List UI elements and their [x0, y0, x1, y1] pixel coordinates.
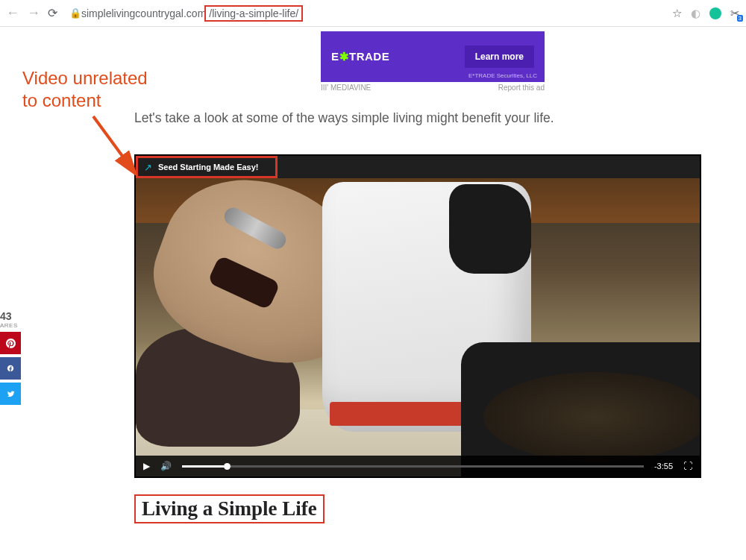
fullscreen-button[interactable]: ⛶ — [683, 461, 692, 471]
video-title: Seed Starting Made Easy! — [158, 163, 259, 172]
article-paragraph: Let's take a look at some of the ways si… — [134, 108, 701, 128]
video-controls: ▶ 🔊 -3:55 ⛶ — [136, 456, 700, 476]
browser-toolbar: ← → ⟳ 🔒 simplelivingcountrygal.com /livi… — [0, 0, 746, 27]
volume-button[interactable]: 🔊 — [160, 461, 172, 471]
share-label: ARES — [0, 322, 21, 329]
etrade-logo: E✱TRADE — [331, 50, 389, 63]
bookmark-star-icon[interactable]: ☆ — [672, 7, 682, 20]
article-heading: Living a Simple Life — [134, 494, 325, 523]
time-remaining: -3:55 — [654, 462, 673, 471]
facebook-button[interactable] — [0, 357, 21, 380]
extension-badge-icon[interactable]: ✂3 — [730, 7, 740, 20]
share-sidebar: 43 ARES — [0, 310, 21, 405]
extension-icon[interactable]: ◐ — [691, 7, 700, 20]
play-button[interactable]: ▶ — [143, 461, 150, 471]
toolbar-icons: ☆ ◐ ✂3 — [672, 7, 740, 20]
back-button[interactable]: ← — [6, 5, 19, 21]
url-domain: simplelivingcountrygal.com — [81, 7, 206, 19]
lock-icon: 🔒 — [69, 7, 81, 19]
video-viewport[interactable]: ▶ 🔊 -3:55 ⛶ — [136, 178, 700, 476]
video-player: ↗ Seed Starting Made Easy! — [134, 154, 701, 478]
ad-disclaimer: E*TRADE Securities, LLC — [468, 72, 537, 79]
ad-attribution: III' MEDIAVINE Report this ad — [321, 82, 545, 92]
reload-button[interactable]: ⟳ — [48, 6, 57, 20]
annotation-text: Video unrelated to content — [22, 67, 148, 112]
forward-button[interactable]: → — [27, 5, 40, 21]
twitter-button[interactable] — [0, 383, 21, 405]
annotation-arrow — [90, 113, 149, 187]
report-ad-link[interactable]: Report this ad — [498, 84, 545, 92]
pinterest-button[interactable] — [0, 332, 21, 354]
share-count: 43 — [0, 310, 21, 322]
progress-bar[interactable] — [182, 465, 644, 468]
ad-banner[interactable]: E✱TRADE Learn more E*TRADE Securities, L… — [321, 31, 545, 82]
url-path-highlighted: /living-a-simple-life/ — [204, 5, 303, 22]
ad-cta-button[interactable]: Learn more — [465, 45, 534, 68]
address-bar[interactable]: 🔒 simplelivingcountrygal.com /living-a-s… — [65, 5, 665, 22]
grammarly-icon[interactable] — [709, 7, 721, 19]
svg-line-1 — [93, 116, 134, 172]
video-title-bar[interactable]: ↗ Seed Starting Made Easy! — [136, 156, 278, 178]
ad-provider: III' MEDIAVINE — [321, 84, 371, 92]
progress-handle[interactable] — [224, 463, 231, 470]
